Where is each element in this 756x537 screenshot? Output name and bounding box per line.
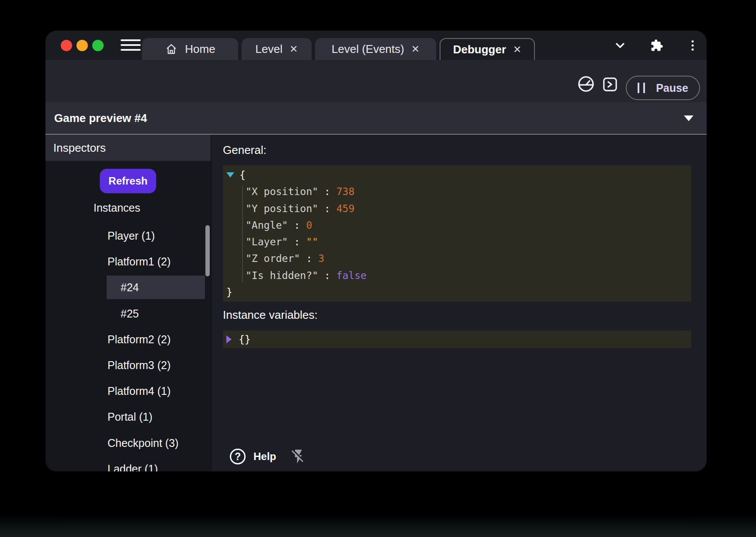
app-window: Home Level ✕ Level (Events) ✕ Debugger ✕ — [45, 31, 707, 471]
debugger-content: Inspectors Refresh InstancesPlayer (1)Pl… — [45, 135, 707, 471]
help-icon: ? — [230, 449, 246, 464]
json-key: "Angle" — [246, 220, 288, 231]
dropdown-arrow-icon[interactable] — [684, 115, 694, 121]
help-button[interactable]: ? Help — [230, 446, 307, 467]
json-entry: "Is hidden?" : false — [223, 267, 691, 284]
tab-label: Debugger — [453, 43, 506, 56]
tree-item[interactable]: Platform1 (2) — [45, 250, 206, 273]
tree-item-label: Checkpoint (3) — [108, 437, 179, 450]
zoom-window-button[interactable] — [92, 40, 104, 51]
tab-level[interactable]: Level ✕ — [242, 38, 312, 60]
flash-off-icon[interactable] — [290, 448, 307, 465]
json-key: "Y position" — [246, 203, 318, 214]
sidebar-body: Refresh InstancesPlayer (1)Platform1 (2)… — [45, 161, 211, 471]
collapse-triangle-icon[interactable] — [226, 172, 234, 178]
preview-selector[interactable]: Game preview #4 — [45, 102, 707, 135]
sidebar-title: Inspectors — [53, 141, 106, 155]
json-separator: : — [288, 220, 306, 231]
tree-item[interactable]: Platform4 (1) — [45, 379, 206, 403]
tree-item-label: Instances — [94, 202, 140, 214]
json-entry: "Y position" : 459 — [223, 200, 691, 217]
close-tab-icon[interactable]: ✕ — [289, 44, 298, 54]
json-value: "" — [306, 236, 318, 248]
json-open-line: { — [223, 167, 691, 183]
sidebar-header: Inspectors — [45, 135, 211, 161]
tab-home[interactable]: Home — [142, 38, 238, 60]
home-icon — [165, 42, 178, 56]
kebab-menu-icon[interactable] — [686, 39, 699, 54]
chevron-down-icon[interactable] — [613, 38, 627, 54]
json-entry: "Z order" : 3 — [223, 250, 691, 267]
tree-item-label: Platform2 (2) — [108, 333, 170, 346]
json-entry: "X position" : 738 — [223, 183, 691, 200]
json-entries: "X position" : 738"Y position" : 459"Ang… — [223, 183, 691, 284]
json-value: 0 — [306, 220, 312, 231]
json-separator: : — [318, 270, 336, 281]
inspectors-sidebar: Inspectors Refresh InstancesPlayer (1)Pl… — [45, 135, 211, 471]
pause-label: Pause — [656, 82, 688, 94]
pause-icon — [638, 83, 639, 93]
close-brace: } — [226, 286, 232, 298]
json-indent-guide — [242, 185, 243, 282]
profiler-gauge-icon[interactable] — [577, 75, 595, 95]
tree-item[interactable]: #24 — [45, 275, 206, 299]
tab-label: Level — [255, 42, 282, 56]
tab-label: Home — [185, 42, 215, 56]
sidebar-scrollbar[interactable] — [205, 225, 210, 276]
desktop-background: Home Level ✕ Level (Events) ✕ Debugger ✕ — [0, 0, 756, 537]
pause-button[interactable]: Pause — [626, 76, 700, 100]
console-icon[interactable] — [601, 76, 619, 95]
tree-item[interactable]: Portal (1) — [45, 405, 206, 429]
minimize-window-button[interactable] — [76, 40, 88, 51]
json-value: 459 — [336, 203, 355, 214]
tree-item[interactable]: Checkpoint (3) — [45, 431, 206, 455]
main-menu-icon[interactable] — [121, 39, 141, 51]
tree-item[interactable]: Ladder (1) — [45, 457, 206, 471]
general-section-label: General: — [223, 143, 267, 157]
tree-item[interactable]: Platform3 (2) — [45, 353, 206, 377]
instance-variables-json-view: {} — [223, 331, 691, 348]
tree-item[interactable]: Player (1) — [45, 224, 206, 248]
titlebar: Home Level ✕ Level (Events) ✕ Debugger ✕ — [45, 31, 707, 60]
extensions-puzzle-icon[interactable] — [650, 39, 663, 54]
close-window-button[interactable] — [61, 40, 72, 51]
tree-item[interactable]: Platform2 (2) — [45, 328, 206, 351]
json-entry: "Angle" : 0 — [223, 217, 691, 234]
json-key: "Layer" — [246, 236, 288, 248]
tab-label: Level (Events) — [332, 42, 404, 56]
tree-item-label: Platform4 (1) — [108, 385, 170, 398]
window-shadow — [0, 514, 756, 537]
open-brace: { — [239, 169, 246, 181]
general-json-view: { "X position" : 738"Y position" : 459"A… — [223, 165, 691, 302]
help-label: Help — [253, 450, 276, 463]
json-key: "X position" — [246, 186, 318, 197]
preview-title: Game preview #4 — [54, 112, 684, 125]
tree-item-label: #24 — [121, 281, 139, 294]
tree-item-label: #25 — [121, 307, 139, 320]
tree-item-label: Ladder (1) — [108, 463, 158, 472]
instance-variables-label: Instance variables: — [223, 308, 318, 322]
json-close-line: } — [223, 284, 691, 300]
refresh-button[interactable]: Refresh — [100, 169, 156, 193]
tab-debugger[interactable]: Debugger ✕ — [440, 38, 535, 60]
tree-item[interactable]: Instances — [45, 196, 206, 220]
inspector-panel: General: { "X position" : 738"Y position… — [211, 135, 707, 471]
json-value: 3 — [318, 253, 324, 264]
tab-bar: Home Level ✕ Level (Events) ✕ Debugger ✕ — [142, 38, 535, 60]
tab-level-events[interactable]: Level (Events) ✕ — [315, 38, 436, 60]
debugger-toolbar: Pause — [45, 60, 707, 102]
close-tab-icon[interactable]: ✕ — [411, 44, 420, 54]
json-key: "Z order" — [246, 253, 300, 264]
json-separator: : — [318, 186, 336, 197]
tree-item-label: Platform3 (2) — [108, 359, 170, 372]
tree-item[interactable]: #25 — [45, 302, 206, 325]
json-separator: : — [318, 203, 336, 214]
json-key: "Is hidden?" — [246, 270, 318, 281]
tree-item-label: Player (1) — [108, 230, 155, 242]
json-value: false — [336, 270, 367, 281]
tree-item-label: Portal (1) — [108, 411, 153, 423]
expand-triangle-icon[interactable] — [226, 335, 232, 343]
close-tab-icon[interactable]: ✕ — [513, 45, 521, 55]
tree-item-label: Platform1 (2) — [108, 255, 170, 268]
variables-value: {} — [239, 334, 251, 345]
